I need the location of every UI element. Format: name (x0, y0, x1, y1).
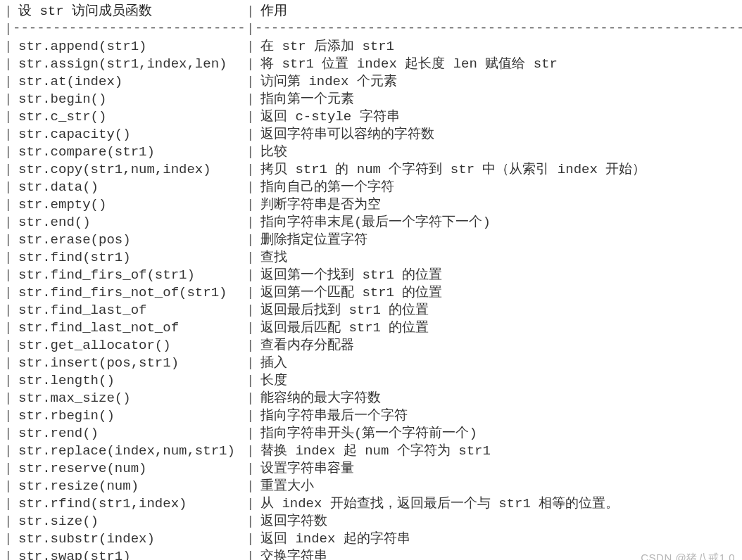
description-cell: 判断字符串是否为空 (255, 196, 742, 214)
description-cell: 返回字符数 (255, 513, 742, 530)
function-cell: str.begin() (13, 91, 246, 108)
function-cell: str.data() (13, 179, 246, 196)
reference-table: |||||||||||||||||||||||||||||||| 设 str 访… (0, 0, 742, 560)
column-functions: 设 str 访问成员函数 ---------------------------… (13, 3, 246, 560)
divider-dashes: ----------------------------------------… (255, 20, 742, 38)
function-cell: str.size() (13, 513, 246, 530)
header-functions: 设 str 访问成员函数 (13, 3, 246, 20)
function-cell: str.copy(str1,num,index) (13, 161, 246, 179)
function-cell: str.end() (13, 214, 246, 231)
description-cell: 拷贝 str1 的 num 个字符到 str 中（从索引 index 开始） (255, 161, 742, 179)
function-cell: str.compare(str1) (13, 144, 246, 161)
function-cell: str.find_last_of (13, 302, 246, 319)
header-descriptions: 作用 (255, 3, 742, 20)
description-cell: 返回第一个匹配 str1 的位置 (255, 284, 742, 302)
function-cell: str.capacity() (13, 126, 246, 144)
function-cell: str.swap(str1) (13, 548, 246, 560)
function-cell: str.rfind(str1,index) (13, 495, 246, 513)
function-cell: str.substr(index) (13, 530, 246, 548)
description-cell: 删除指定位置字符 (255, 231, 742, 249)
function-cell: str.find_last_not_of (13, 319, 246, 337)
function-cell: str.append(str1) (13, 38, 246, 56)
description-cell: 在 str 后添加 str1 (255, 38, 742, 56)
function-cell: str.resize(num) (13, 478, 246, 495)
description-cell: 重置大小 (255, 478, 742, 495)
function-cell: str.replace(index,num,str1) (13, 443, 246, 460)
divider-dashes: -------------------------------- (13, 20, 246, 38)
function-cell: str.reserve(num) (13, 460, 246, 478)
description-cell: 比较 (255, 144, 742, 161)
function-cell: str.insert(pos,str1) (13, 355, 246, 372)
description-cell: 查看内存分配器 (255, 337, 742, 355)
watermark: CSDN @猪八戒1.0 (641, 551, 735, 561)
function-cell: str.c_str() (13, 108, 246, 126)
vertical-rule-middle: |||||||||||||||||||||||||||||||| (246, 3, 255, 560)
column-descriptions: 作用 -------------------------------------… (255, 3, 742, 560)
function-cell: str.assign(str1,index,len) (13, 56, 246, 73)
description-cell: 指向字符串末尾(最后一个字符下一个) (255, 214, 742, 231)
description-cell: 查找 (255, 249, 742, 267)
description-cell: 访问第 index 个元素 (255, 73, 742, 91)
description-cell: 指向字符串开头(第一个字符前一个) (255, 425, 742, 443)
description-cell: 指向自己的第一个字符 (255, 179, 742, 196)
description-cell: 返回第一个找到 str1 的位置 (255, 267, 742, 284)
function-cell: str.length() (13, 372, 246, 390)
description-cell: 长度 (255, 372, 742, 390)
description-cell: 插入 (255, 355, 742, 372)
function-cell: str.rend() (13, 425, 246, 443)
function-cell: str.rbegin() (13, 407, 246, 425)
description-cell: 指向第一个元素 (255, 91, 742, 108)
description-cell: 设置字符串容量 (255, 460, 742, 478)
function-cell: str.empty() (13, 196, 246, 214)
vertical-rule-left: |||||||||||||||||||||||||||||||| (4, 3, 13, 560)
description-cell: 返回最后找到 str1 的位置 (255, 302, 742, 319)
function-cell: str.max_size() (13, 390, 246, 407)
function-cell: str.find_firs_of(str1) (13, 267, 246, 284)
function-cell: str.at(index) (13, 73, 246, 91)
description-cell: 替换 index 起 num 个字符为 str1 (255, 443, 742, 460)
description-cell: 将 str1 位置 index 起长度 len 赋值给 str (255, 56, 742, 73)
function-cell: str.find_firs_not_of(str1) (13, 284, 246, 302)
description-cell: 指向字符串最后一个字符 (255, 407, 742, 425)
function-cell: str.find(str1) (13, 249, 246, 267)
description-cell: 返回最后匹配 str1 的位置 (255, 319, 742, 337)
description-cell: 能容纳的最大字符数 (255, 390, 742, 407)
description-cell: 返回字符串可以容纳的字符数 (255, 126, 742, 144)
description-cell: 返回 c-style 字符串 (255, 108, 742, 126)
description-cell: 从 index 开始查找，返回最后一个与 str1 相等的位置。 (255, 495, 742, 513)
description-cell: 返回 index 起的字符串 (255, 530, 742, 548)
function-cell: str.erase(pos) (13, 231, 246, 249)
function-cell: str.get_allocator() (13, 337, 246, 355)
